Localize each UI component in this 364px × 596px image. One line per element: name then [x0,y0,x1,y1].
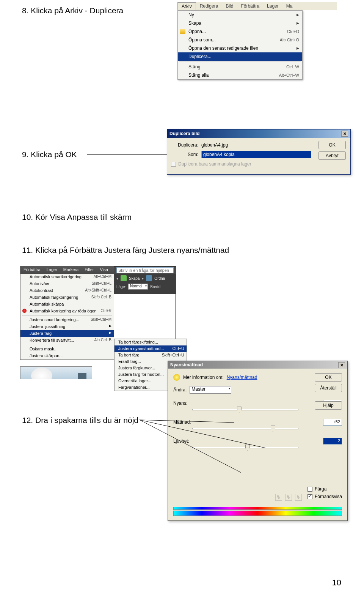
menu-item-oppna[interactable]: Öppna...Ctrl+O [178,27,302,36]
skapa-icon[interactable] [121,275,127,281]
dialog-title: Duplicera bild [169,131,199,136]
andra-label: Ändra: [173,387,187,393]
lage-label: Läge: [116,285,126,289]
dialog-titlebar: Duplicera bild ✕ [167,129,350,138]
menu-item-smartkorrigering[interactable]: Automatisk smartkorrigeringAlt+Ctrl+M [20,274,114,281]
menu-item-roda-ogon[interactable]: Automatisk korrigering av röda ögonCtrl+… [20,308,114,315]
menu-item-stang[interactable]: StängCtrl+W [178,63,302,71]
menu-item-autofargkorr[interactable]: Automatisk färgkorrigeringSkift+Ctrl+B [20,294,114,301]
nyans-slider[interactable] [192,409,298,410]
help-search-input[interactable] [116,267,174,273]
menu-item-justera-smart[interactable]: Justera smart korrigering...Skift+Ctrl+M [20,317,114,323]
skapa-label: Skapa [129,276,140,281]
menu-item-autoskarpa[interactable]: Automatisk skärpa [20,301,114,308]
eyedropper-tools [275,494,302,501]
menu-item-oppna-som[interactable]: Öppna som...Alt+Ctrl+O [178,36,302,44]
ljushet-label: Ljushet: [173,438,204,444]
eyedropper-icon[interactable] [275,494,282,501]
menubar-item-ma[interactable]: Ma [282,2,297,10]
lage-select[interactable]: Normal [128,284,148,290]
menu-item-stang-alla[interactable]: Stäng allaAlt+Ctrl+W [178,71,302,79]
ok-button[interactable]: OK [315,373,342,382]
menubar-item-forbattra[interactable]: Förbättra [237,2,263,10]
help-button[interactable]: Hjälp [315,401,342,410]
submenu-arrow-icon: ▶ [297,21,299,25]
menubar-item-arkiv[interactable]: Arkiv [177,2,196,10]
lightbulb-icon [173,374,180,381]
submenu-item-tabort-farg[interactable]: Ta bort färgSkift+Ctrl+U [115,352,187,358]
ordna-icon[interactable] [146,275,152,281]
som-input[interactable]: globenA4 kopia [201,151,311,158]
image-thumbnail [20,366,92,379]
arkiv-menu-screenshot: Arkiv Redigera Bild Förbättra Lager Ma N… [177,2,337,80]
menubar-item-markera[interactable]: Markera [60,266,82,274]
merge-layers-checkbox [171,162,176,167]
dialog-titlebar: Nyans/mättnad ✕ [168,361,347,369]
duplicera-dialog: Duplicera bild ✕ Duplicera: globenA4.jpg… [167,129,351,175]
hue-strip-top [173,507,342,510]
building-shape [78,373,86,379]
instruction-step12: 12. Dra i spakarna tills du är nöjd [22,416,138,425]
slider-thumb[interactable] [237,407,242,413]
menu-item-oppna-senast[interactable]: Öppna den senast redigerade filen▶ [178,44,302,52]
slider-thumb[interactable] [271,426,275,432]
menu-item-skapa[interactable]: Skapa▶ [178,19,302,27]
submenu-item-nyans-mattnad[interactable]: Justera nyans/mättnad...Ctrl+U [115,345,187,352]
mattnad-slider[interactable] [192,428,298,429]
folder-icon [180,29,185,34]
menubar-item-lager[interactable]: Lager [44,266,60,274]
eyedropper-minus-icon[interactable] [295,494,302,501]
menu-item-autonivaer[interactable]: AutonivåerSkift+Ctrl+L [20,281,114,287]
ok-button[interactable]: OK [318,141,346,149]
menu-item-ny[interactable]: Ny▶ [178,11,302,19]
slider-thumb[interactable] [245,445,250,451]
menu-separator [22,345,112,345]
ordna-arrow-icon: ▾ [142,276,144,281]
ljushet-slider[interactable] [192,447,298,448]
globen-dome-shape [31,367,52,379]
menubar-item-bild[interactable]: Bild [222,2,237,10]
eyedropper-plus-icon[interactable] [285,494,292,501]
toolbar-divider-icon: ▾ [116,276,118,281]
andra-select[interactable]: Master [190,386,231,394]
menu-item-autokontrast[interactable]: AutokontrastAlt+Skift+Ctrl+L [20,287,114,294]
mattnad-slider-row: Mättnad: +52 [173,419,342,429]
mattnad-value[interactable]: +52 [323,419,342,426]
menubar-item-forbattra[interactable]: Förbättra [20,266,44,274]
som-label: Som: [171,152,201,157]
menu-item-justera-ljus[interactable]: Justera ljussättning▶ [20,323,114,330]
hue-strip-bottom [173,511,342,516]
menu-item-duplicera[interactable]: Duplicera... [178,52,302,61]
help-search-bar [114,266,176,274]
duplicera-label: Duplicera: [171,142,201,148]
instruction-step10: 10. Kör Visa Anpassa till skärm [22,213,132,222]
submenu-arrow-icon: ▶ [297,46,299,50]
close-button[interactable]: ✕ [341,131,348,137]
instruction-step8: 8. Klicka på Arkiv - Duplicera [22,6,123,15]
submenu-item-fargskiftning[interactable]: Ta bort färgskiftning... [115,339,187,345]
menubar-item-filter[interactable]: Filter [82,266,97,274]
forhandsvisa-checkbox[interactable] [308,494,312,499]
close-button[interactable]: ✕ [338,362,345,368]
bredd-label: Bredd: [150,285,161,289]
cancel-button[interactable]: Avbryt [318,151,346,160]
menu-item-justera-farg[interactable]: Justera färg▶ [20,330,114,337]
menubar-item-redigera[interactable]: Redigera [196,2,222,10]
reset-button[interactable]: Återställ [315,384,342,392]
instruction-step9: 9. Klicka på OK [22,150,77,159]
forbattra-menu-screenshot: Förbättra Lager Markera Filter Visa Föns… [20,266,176,360]
info-text: Mer information om: [183,375,224,380]
info-link[interactable]: Nyans/mättnad [227,375,257,380]
farga-checkbox[interactable] [308,487,312,492]
nyans-label: Nyans: [173,400,204,406]
submenu-arrow-icon: ▶ [297,13,299,17]
dialog-title: Nyans/mättnad [170,362,203,367]
menubar-item-lager[interactable]: Lager [263,2,282,10]
menu-item-konvertera-sv[interactable]: Konvertera till svartvitt...Alt+Ctrl+B [20,337,114,344]
farga-label: Färga [315,486,326,492]
menubar-item-visa[interactable]: Visa [97,266,111,274]
ljushet-value[interactable]: 2 [323,438,342,445]
app-menubar: Arkiv Redigera Bild Förbättra Lager Ma [177,2,337,10]
menu-item-oskarp[interactable]: Oskarp mask... [20,346,114,353]
menu-item-justera-skarpa[interactable]: Justera skärpan... [20,353,114,359]
